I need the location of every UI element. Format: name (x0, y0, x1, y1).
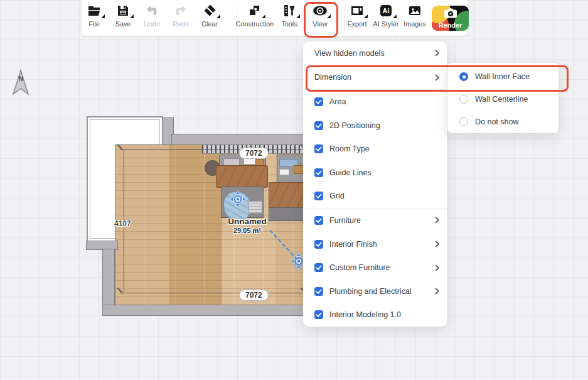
move-handle-icon[interactable] (230, 191, 246, 207)
ai-styler-button[interactable]: Ai AI Styler (371, 3, 401, 34)
redo-button[interactable]: Redo (167, 3, 195, 34)
menu-item-room-type[interactable]: Room Type (303, 137, 447, 161)
images-button[interactable]: Images (401, 3, 429, 34)
tools-button[interactable]: Tools (275, 3, 303, 34)
menu-item-custom-furniture[interactable]: Custom Furniture (303, 256, 447, 280)
checkbox-checked-icon[interactable] (314, 310, 323, 319)
construction-icon (247, 3, 263, 19)
chevron-right-icon (435, 264, 439, 271)
menu-item-2d-positioning[interactable]: 2D Positioning (303, 114, 447, 138)
tools-icon (281, 3, 297, 19)
file-button[interactable]: File (82, 3, 106, 34)
caret-icon (130, 14, 134, 18)
view-dropdown-menu: View hidden models Dimension Area 2D Pos… (303, 41, 447, 327)
chevron-right-icon (435, 288, 439, 295)
checkbox-checked-icon[interactable] (314, 121, 323, 130)
dimension-submenu: Wall Inner Face Wall Centerline Do not s… (447, 63, 559, 133)
dimension-line-bottom (120, 293, 305, 293)
eye-icon (312, 3, 328, 19)
caret-icon (216, 14, 220, 18)
compass-north-icon: N (11, 69, 30, 97)
images-icon (407, 3, 423, 19)
checkbox-checked-icon[interactable] (314, 216, 323, 225)
room-name: Unnamed (216, 217, 279, 226)
checkbox-checked-icon[interactable] (314, 263, 323, 272)
radio-unselected-icon[interactable] (459, 95, 468, 104)
submenu-item-wall-inner-face[interactable]: Wall Inner Face (447, 65, 559, 88)
folder-icon (86, 3, 102, 19)
render-button[interactable]: Render (432, 6, 469, 31)
chevron-right-icon (435, 74, 439, 81)
menu-item-interior-finish[interactable]: Interior Finish (303, 232, 447, 256)
room-area: 29.05 m² (216, 227, 279, 234)
bed-blanket[interactable] (216, 165, 268, 188)
checkbox-checked-icon[interactable] (314, 287, 323, 296)
dimension-badge-top: 7072 (239, 148, 269, 159)
radio-selected-icon[interactable] (459, 72, 468, 81)
menu-item-dimension[interactable]: Dimension (303, 66, 447, 90)
room-label: Unnamed 29.05 m² (216, 217, 279, 234)
shelf-item (279, 169, 289, 175)
chevron-right-icon (435, 241, 439, 247)
menu-item-area[interactable]: Area (303, 90, 447, 114)
caret-icon (364, 14, 368, 18)
view-button[interactable]: View (306, 3, 334, 34)
dimension-line-top (120, 149, 305, 150)
svg-text:Ai: Ai (383, 7, 390, 14)
checkbox-checked-icon[interactable] (314, 144, 323, 153)
chevron-right-icon (435, 50, 439, 57)
submenu-item-do-not-show[interactable]: Do not show (447, 111, 559, 133)
compass-label: N (18, 75, 23, 82)
main-toolbar: File Save Undo Redo Clear Construct (82, 0, 468, 36)
ai-icon: Ai (378, 3, 394, 19)
camera-icon (444, 8, 457, 18)
checkbox-checked-icon[interactable] (314, 192, 323, 200)
save-icon (115, 3, 131, 19)
menu-item-grid[interactable]: Grid (303, 185, 447, 209)
clear-button[interactable]: Clear (196, 3, 223, 34)
chevron-right-icon (435, 217, 439, 224)
submenu-item-wall-centerline[interactable]: Wall Centerline (447, 88, 559, 111)
construction-button[interactable]: Construction (231, 3, 279, 34)
checkbox-checked-icon[interactable] (314, 97, 323, 106)
menu-item-plumbing-electrical[interactable]: Plumbing and Electrical (303, 280, 447, 303)
menu-item-view-hidden-models[interactable]: View hidden models (303, 41, 447, 65)
wall-top[interactable] (171, 134, 314, 145)
bedding-item (249, 201, 262, 214)
caret-icon (101, 14, 105, 18)
export-icon (349, 3, 365, 19)
undo-button[interactable]: Undo (138, 3, 166, 34)
caret-icon (262, 14, 265, 18)
radio-unselected-icon[interactable] (459, 117, 468, 126)
export-button[interactable]: Export (343, 3, 371, 34)
menu-item-furniture[interactable]: Furniture (303, 209, 447, 232)
checkbox-checked-icon[interactable] (314, 240, 323, 249)
caret-icon (393, 14, 397, 18)
checkbox-checked-icon[interactable] (314, 168, 323, 177)
wall-bottom[interactable] (102, 305, 314, 316)
save-button[interactable]: Save (109, 3, 137, 34)
menu-item-guide-lines[interactable]: Guide Lines (303, 161, 447, 185)
menu-item-interior-modeling[interactable]: Interior Modeling 1.0 (303, 303, 447, 327)
redo-icon (173, 3, 189, 19)
undo-icon (144, 3, 160, 19)
eraser-icon (201, 3, 218, 19)
dimension-label-left: 4107 (114, 219, 131, 228)
caret-icon (296, 14, 300, 18)
dimension-badge-bottom: 7072 (239, 290, 269, 301)
caret-icon (327, 14, 331, 18)
